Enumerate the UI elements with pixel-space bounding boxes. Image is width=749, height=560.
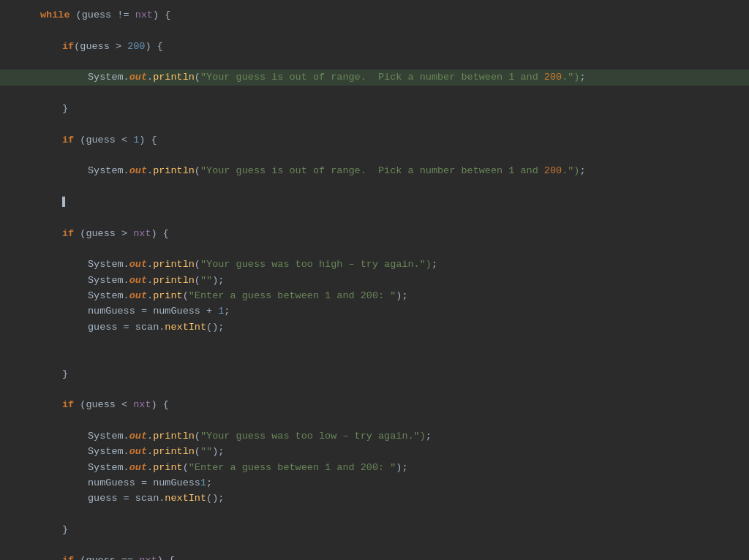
code-line xyxy=(0,241,749,257)
code-line: numGuess = numGuess1; xyxy=(0,475,749,491)
code-line xyxy=(0,86,749,101)
code-line xyxy=(0,116,749,132)
code-line xyxy=(0,413,749,428)
code-line xyxy=(0,382,749,397)
code-line: } xyxy=(0,522,749,537)
code-line: System.out.println("Your guess was too l… xyxy=(0,428,749,444)
code-line xyxy=(0,23,749,38)
code-line xyxy=(0,54,749,69)
code-line: if (guess < 1) { xyxy=(0,132,749,148)
code-line: while (guess != nxt) { xyxy=(0,7,749,23)
code-line: System.out.println("Your guess was too h… xyxy=(0,257,749,272)
code-line xyxy=(0,335,749,350)
code-line: numGuess = numGuess + 1; xyxy=(0,303,749,319)
code-line: if(guess > 200) { xyxy=(0,39,749,54)
code-line xyxy=(0,210,749,225)
code-line xyxy=(0,179,749,194)
code-line xyxy=(0,350,749,366)
code-line: guess = scan.nextInt(); xyxy=(0,491,749,506)
code-line: if (guess < nxt) { xyxy=(0,397,749,412)
code-line: } xyxy=(0,366,749,382)
code-line: System.out.println("Your guess is out of… xyxy=(0,69,749,85)
code-editor: while (guess != nxt) { if(guess > 200) {… xyxy=(0,0,749,560)
code-line xyxy=(0,507,749,522)
code-line: System.out.println("Your guess is out of… xyxy=(0,163,749,178)
code-line xyxy=(0,537,749,553)
code-line xyxy=(0,148,749,163)
code-line: System.out.println(""); xyxy=(0,444,749,459)
code-line: System.out.println(""); xyxy=(0,273,749,288)
code-line: if (guess > nxt) { xyxy=(0,226,749,241)
code-line: System.out.print("Enter a guess between … xyxy=(0,288,749,303)
code-line: ▌ xyxy=(0,194,749,210)
code-line: if (guess == nxt) { xyxy=(0,553,749,560)
code-line: } xyxy=(0,101,749,116)
code-line: guess = scan.nextInt(); xyxy=(0,319,749,335)
code-line: System.out.print("Enter a guess between … xyxy=(0,460,749,475)
